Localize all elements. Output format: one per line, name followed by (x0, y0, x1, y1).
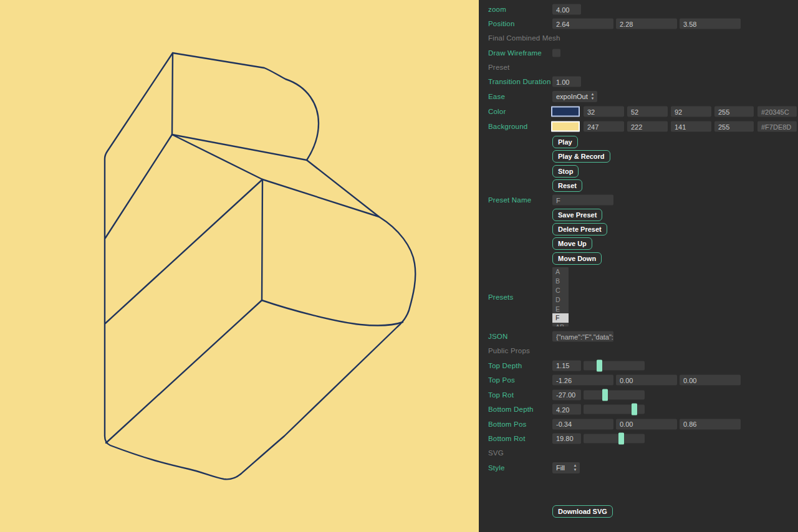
color-b-input[interactable] (671, 107, 711, 117)
top-depth-slider[interactable] (584, 361, 645, 370)
top-rot-slider[interactable] (584, 390, 645, 399)
background-swatch[interactable] (551, 121, 580, 132)
background-a-input[interactable] (714, 121, 754, 132)
row-zoom: zoom (479, 2, 798, 16)
select-arrows-icon: ▲▼ (572, 463, 578, 472)
bottom-rot-input[interactable] (552, 433, 581, 444)
row-top-pos: Top Pos (479, 373, 798, 387)
row-ease: Ease expoInOut ▲▼ (479, 90, 798, 103)
bottom-depth-input[interactable] (552, 404, 581, 415)
row-bottom-rot: Bottom Rot (479, 432, 798, 445)
svg-section-label: SVG (488, 449, 504, 457)
row-position: Position (479, 17, 798, 31)
zoom-input[interactable] (552, 4, 581, 15)
row-preset-name: Preset Name (479, 193, 798, 207)
top-depth-label: Top Depth (488, 362, 522, 369)
stop-button[interactable]: Stop (552, 165, 579, 178)
zoom-label: zoom (488, 6, 506, 13)
position-x-input[interactable] (552, 19, 613, 29)
preset-list-item[interactable]: E (552, 305, 569, 314)
top-pos-y-input[interactable] (616, 375, 677, 386)
bottom-rot-slider[interactable] (584, 434, 645, 443)
preset-name-input[interactable] (552, 195, 613, 206)
move-down-button[interactable]: Move Down (552, 252, 602, 265)
draw-wireframe-checkbox[interactable] (552, 49, 560, 57)
row-json: JSON (479, 330, 798, 343)
draw-wireframe-label: Draw Wireframe (488, 49, 542, 57)
public-props-section-label: Public Props (488, 347, 530, 354)
top-pos-label: Top Pos (488, 376, 515, 384)
color-a-input[interactable] (714, 107, 754, 117)
background-g-input[interactable] (627, 121, 668, 132)
preset-name-label: Preset Name (488, 196, 531, 204)
row-section-final-mesh: Final Combined Mesh (479, 31, 798, 45)
json-label: JSON (488, 333, 507, 340)
preset-list-item[interactable]: A (552, 267, 569, 277)
play-button[interactable]: Play (552, 136, 578, 148)
preset-list-item[interactable]: C (552, 286, 569, 295)
download-svg-button[interactable]: Download SVG (552, 505, 613, 518)
position-z-input[interactable] (680, 19, 741, 29)
top-pos-z-input[interactable] (680, 375, 741, 386)
presets-label: Presets (488, 293, 513, 301)
row-style: Style Fill ▲▼ (479, 461, 798, 475)
preset-section-label: Preset (488, 64, 509, 71)
row-section-public-props: Public Props (479, 344, 798, 358)
transition-duration-input[interactable] (552, 77, 581, 87)
reset-button[interactable]: Reset (552, 179, 582, 192)
preset-list-item[interactable]: F (552, 313, 569, 323)
background-hex-input[interactable] (757, 121, 797, 132)
final-combined-mesh-section-label: Final Combined Mesh (488, 34, 560, 42)
preset-list-item[interactable]: B (552, 277, 569, 286)
presets-list[interactable]: ABCDEFAB (552, 267, 569, 326)
background-b-input[interactable] (671, 121, 711, 132)
row-top-rot: Top Rot (479, 388, 798, 402)
row-section-svg: SVG (479, 446, 798, 460)
style-label: Style (488, 464, 505, 472)
move-up-button[interactable]: Move Up (552, 237, 592, 250)
bottom-pos-y-input[interactable] (616, 419, 677, 429)
top-rot-slider-handle[interactable] (602, 389, 608, 401)
bottom-pos-z-input[interactable] (680, 419, 741, 429)
select-arrows-icon: ▲▼ (590, 92, 595, 101)
color-label: Color (488, 108, 506, 115)
row-background: Background (479, 120, 798, 133)
play-record-button[interactable]: Play & Record (552, 150, 610, 163)
position-y-input[interactable] (616, 19, 677, 29)
preset-list-item-partial[interactable]: AB (552, 323, 569, 326)
preset-list-item[interactable]: D (552, 295, 569, 305)
background-r-input[interactable] (584, 121, 624, 132)
bottom-rot-label: Bottom Rot (488, 435, 526, 442)
row-bottom-pos: Bottom Pos (479, 417, 798, 431)
color-g-input[interactable] (627, 107, 668, 117)
top-pos-x-input[interactable] (552, 375, 613, 386)
ease-select[interactable]: expoInOut ▲▼ (552, 91, 597, 102)
top-depth-input[interactable] (552, 360, 581, 371)
bottom-depth-slider[interactable] (584, 405, 645, 414)
color-hex-input[interactable] (757, 107, 797, 117)
style-select[interactable]: Fill ▲▼ (552, 462, 580, 473)
row-color: Color (479, 105, 798, 118)
color-r-input[interactable] (584, 107, 624, 117)
bottom-pos-label: Bottom Pos (488, 420, 526, 428)
top-rot-input[interactable] (552, 389, 581, 400)
top-depth-slider-handle[interactable] (597, 359, 602, 371)
bottom-rot-slider-handle[interactable] (618, 432, 624, 444)
row-section-preset: Preset (479, 60, 798, 74)
row-bottom-depth: Bottom Depth (479, 402, 798, 416)
bottom-depth-label: Bottom Depth (488, 406, 534, 413)
row-draw-wireframe: Draw Wireframe (479, 46, 798, 60)
top-rot-label: Top Rot (488, 391, 514, 399)
row-top-depth: Top Depth (479, 359, 798, 373)
background-label: Background (488, 123, 527, 130)
bottom-pos-x-input[interactable] (552, 419, 613, 429)
json-input[interactable] (552, 331, 613, 342)
control-panel: zoom Position Final Combined Mesh Draw W… (479, 0, 798, 532)
transition-duration-label: Transition Duration (488, 78, 551, 85)
viewport[interactable] (0, 0, 479, 532)
save-preset-button[interactable]: Save Preset (552, 209, 602, 221)
color-swatch[interactable] (551, 107, 580, 117)
letter-wireframe (0, 0, 479, 532)
bottom-depth-slider-handle[interactable] (632, 404, 637, 416)
delete-preset-button[interactable]: Delete Preset (552, 223, 607, 235)
